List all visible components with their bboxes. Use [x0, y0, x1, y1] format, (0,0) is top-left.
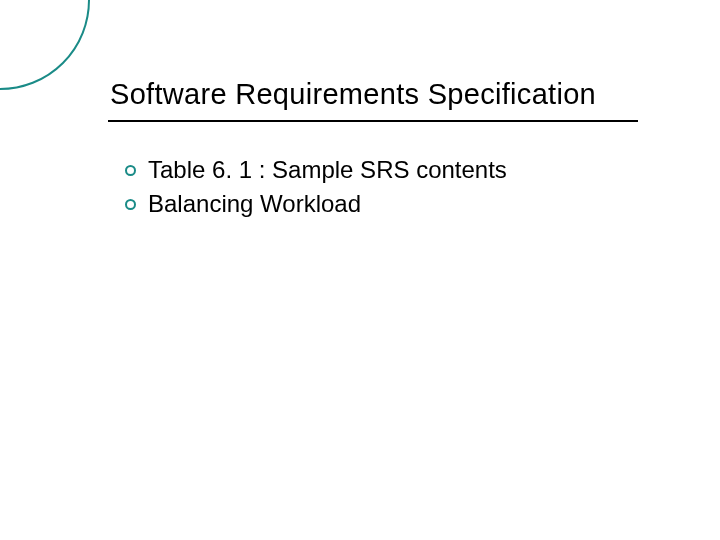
bullet-text: Balancing Workload [148, 190, 361, 218]
slide-title: Software Requirements Specification [110, 78, 596, 111]
decorative-corner-arc [0, 0, 90, 90]
list-item: Table 6. 1 : Sample SRS contents [125, 156, 507, 184]
circle-bullet-icon [125, 165, 136, 176]
list-item: Balancing Workload [125, 190, 507, 218]
circle-bullet-icon [125, 199, 136, 210]
bullet-list: Table 6. 1 : Sample SRS contents Balanci… [125, 156, 507, 224]
bullet-text: Table 6. 1 : Sample SRS contents [148, 156, 507, 184]
title-underline [108, 120, 638, 122]
